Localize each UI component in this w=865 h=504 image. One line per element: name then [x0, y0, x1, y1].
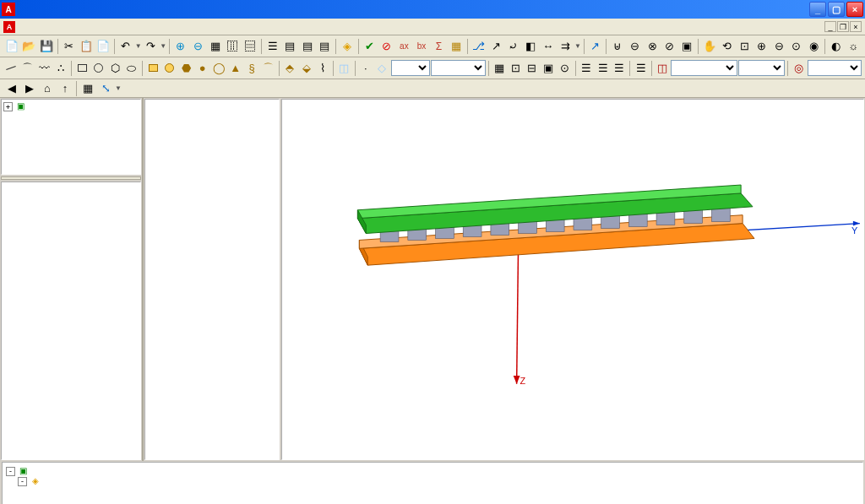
paste-button[interactable]: 📄 — [95, 38, 112, 55]
light-button[interactable]: ☼ — [845, 38, 862, 55]
draw-polygon-button[interactable]: ⬡ — [107, 60, 123, 77]
draw-spline-button[interactable]: 〰 — [36, 60, 52, 77]
imprint-button[interactable]: ▣ — [679, 38, 696, 55]
visibility2-button[interactable]: ☰ — [595, 60, 611, 77]
properties-pane[interactable] — [1, 182, 141, 460]
snap-grid-button[interactable]: ▦ — [492, 60, 508, 77]
duplicate-line-button[interactable]: ⇉ — [557, 38, 574, 55]
offset-button[interactable]: ↔ — [540, 38, 557, 55]
draw-regpoly-button[interactable]: ⬣ — [178, 60, 194, 77]
results-button[interactable]: ▦ — [448, 38, 465, 55]
zoom-out2-button[interactable]: ⊖ — [770, 38, 787, 55]
sweep-b-button[interactable]: bx — [413, 38, 430, 55]
hist-fwd-button[interactable]: ▶ — [21, 80, 38, 97]
snap-vertex-button[interactable]: ⊡ — [508, 60, 524, 77]
subtract-button[interactable]: ⊖ — [627, 38, 644, 55]
redo-dropdown[interactable]: ▼ — [160, 42, 166, 50]
draw-cylinder-button[interactable] — [161, 60, 177, 77]
cascade-button[interactable]: ▦ — [207, 38, 224, 55]
new-button[interactable]: 📄 — [3, 38, 20, 55]
sweep-a-button[interactable]: ax — [396, 38, 413, 55]
zoom-out-button[interactable]: ⊖ — [190, 38, 207, 55]
snap-edge-button[interactable]: ⊟ — [525, 60, 541, 77]
axes-button[interactable]: ⤡ — [97, 80, 114, 97]
draw-sphere-button[interactable]: ● — [194, 60, 210, 77]
rotate-button[interactable]: ⤾ — [505, 38, 522, 55]
tile-h-button[interactable]: ⿲ — [225, 38, 242, 55]
scale-button[interactable]: ↗ — [587, 38, 604, 55]
drawing-plane-select[interactable] — [391, 60, 430, 76]
draw-line-button[interactable] — [3, 60, 19, 77]
draw-cone-button[interactable]: ▲ — [227, 60, 243, 77]
draw-helix-button[interactable]: § — [244, 60, 260, 77]
draw-torus-button[interactable]: ◯ — [211, 60, 227, 77]
snap-center-button[interactable]: ⊙ — [558, 60, 574, 77]
pan-button[interactable]: ✋ — [701, 38, 718, 55]
rotate-view-button[interactable]: ⟲ — [719, 38, 736, 55]
split-button[interactable]: ⊘ — [661, 38, 678, 55]
expand-toggle[interactable]: + — [3, 102, 13, 111]
snap-face-button[interactable]: ▣ — [541, 60, 557, 77]
sweep-sum-button[interactable]: Σ — [431, 38, 448, 55]
collapse-toggle[interactable]: - — [18, 477, 27, 486]
zoom-in-button[interactable]: ⊕ — [172, 38, 189, 55]
hist-home-button[interactable]: ⌂ — [39, 80, 56, 97]
sweep-vector-button[interactable]: ⬘ — [282, 60, 298, 77]
visibility-button[interactable]: ☰ — [579, 60, 595, 77]
zoom-area-button[interactable]: ⊡ — [736, 38, 753, 55]
copy-button[interactable]: 📋 — [78, 38, 95, 55]
analyze-button[interactable]: ⊘ — [378, 38, 395, 55]
undo-button[interactable]: ↶ — [117, 38, 134, 55]
fit-all-button[interactable]: ⊙ — [788, 38, 805, 55]
draw-rect-button[interactable] — [74, 60, 90, 77]
snap-point-button[interactable]: · — [358, 60, 374, 77]
intersect-button[interactable]: ⊗ — [645, 38, 661, 55]
region-button[interactable]: ◫ — [336, 60, 352, 77]
properties-button[interactable]: ▤ — [281, 38, 298, 55]
fit-selected-button[interactable]: ◉ — [805, 38, 822, 55]
model-tree-button[interactable]: ☰ — [264, 38, 281, 55]
model-tree[interactable] — [144, 99, 280, 460]
draw-arc-button[interactable]: ⌒ — [20, 60, 36, 77]
mdi-close-button[interactable]: × — [850, 21, 862, 32]
close-button[interactable]: × — [846, 2, 863, 17]
save-button[interactable]: 💾 — [38, 38, 55, 55]
cut-button[interactable]: ✂ — [61, 38, 78, 55]
validate-button[interactable]: ✔ — [362, 38, 378, 55]
move-button[interactable]: ↗ — [487, 38, 504, 55]
hist-back-button[interactable]: ◀ — [3, 80, 20, 97]
variables-button[interactable]: ▤ — [299, 38, 316, 55]
grid-button[interactable]: ▦ — [79, 80, 96, 97]
draw-box-button[interactable] — [145, 60, 161, 77]
viewport-3d[interactable]: Y Z — [281, 99, 864, 460]
visibility3-button[interactable]: ☰ — [612, 60, 628, 77]
draw-circle-button[interactable] — [90, 60, 106, 77]
render-button[interactable]: ◐ — [828, 38, 845, 55]
hfss-design-button[interactable]: ◈ — [339, 38, 356, 55]
model-select[interactable] — [738, 60, 785, 76]
view-select[interactable] — [431, 60, 486, 76]
maximize-button[interactable]: ▢ — [828, 2, 845, 17]
mdi-restore-button[interactable]: ❐ — [837, 21, 849, 32]
sweep-path-button[interactable]: ⌇ — [315, 60, 331, 77]
message-log[interactable]: -▣ -◈ — [2, 462, 863, 504]
hist-up-button[interactable]: ↑ — [57, 80, 73, 97]
select-target[interactable] — [808, 60, 862, 76]
cs-button[interactable]: ⎇ — [471, 38, 487, 55]
project-manager[interactable]: +▣ — [1, 99, 141, 175]
open-button[interactable]: 📂 — [21, 38, 38, 55]
plane-edit-button[interactable]: ◇ — [374, 60, 390, 77]
messages-button[interactable]: ▤ — [316, 38, 333, 55]
collapse-toggle[interactable]: - — [6, 467, 15, 476]
zoom-in2-button[interactable]: ⊕ — [753, 38, 770, 55]
minimize-button[interactable]: _ — [809, 2, 826, 17]
draw-ellipse-button[interactable]: ⬭ — [123, 60, 139, 77]
tile-v-button[interactable]: ⿳ — [242, 38, 258, 55]
sweep-axis-button[interactable]: ⬙ — [298, 60, 314, 77]
unite-button[interactable]: ⊎ — [609, 38, 626, 55]
visibility4-button[interactable]: ☰ — [633, 60, 649, 77]
draw-point-button[interactable]: ∴ — [53, 60, 69, 77]
material-select[interactable] — [671, 60, 737, 76]
mirror-button[interactable]: ◧ — [522, 38, 539, 55]
undo-dropdown[interactable]: ▼ — [135, 42, 142, 50]
